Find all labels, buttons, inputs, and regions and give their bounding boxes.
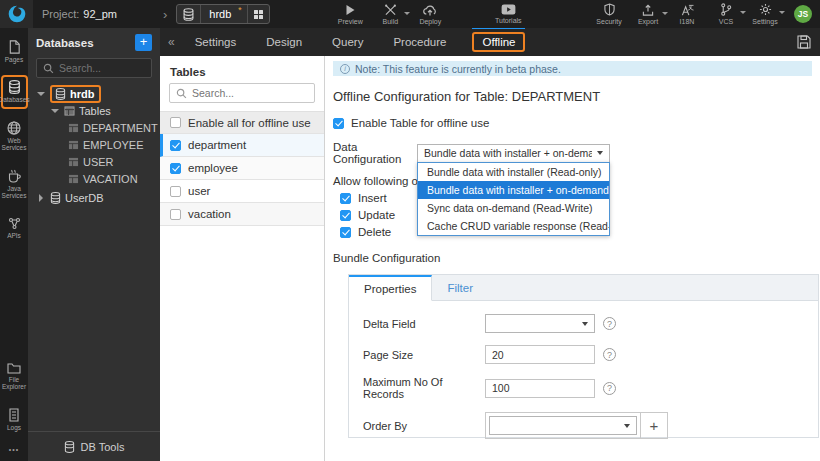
checkbox[interactable] bbox=[170, 140, 181, 151]
shield-icon bbox=[604, 3, 615, 16]
dropdown-option-highlighted[interactable]: Bundle data with installer + on-demand s… bbox=[418, 181, 609, 199]
add-database-button[interactable]: + bbox=[135, 34, 152, 51]
tab-settings[interactable]: Settings bbox=[187, 34, 245, 50]
tables-search-box[interactable] bbox=[169, 83, 315, 103]
dropdown-option[interactable]: Bundle data with installer (Read-only) bbox=[418, 163, 609, 181]
vcs-button[interactable]: VCS bbox=[710, 3, 742, 25]
databases-panel-header: Databases + bbox=[28, 28, 160, 55]
project-indicator: Project: 92_pm bbox=[42, 8, 117, 20]
settings-button[interactable]: Settings bbox=[749, 3, 781, 25]
help-icon[interactable]: ? bbox=[603, 348, 616, 361]
dropdown-option[interactable]: Cache CRUD variable response (Read-only) bbox=[418, 217, 609, 235]
preview-button[interactable]: Preview bbox=[334, 4, 366, 25]
tree-node-userdb[interactable]: UserDB bbox=[28, 189, 160, 206]
entity-tab-bar: « Settings Design Query Procedure Offlin… bbox=[160, 28, 820, 56]
app-logo[interactable] bbox=[0, 0, 33, 28]
page-icon bbox=[8, 40, 21, 54]
sidebar-item-java-services[interactable]: Java Services bbox=[1, 164, 28, 205]
annotation-highlight: hrdb bbox=[50, 85, 101, 103]
field-label: Data Configuration bbox=[333, 141, 417, 165]
offline-config-content: i Note: This feature is currently in bet… bbox=[325, 56, 820, 461]
tree-node-tables[interactable]: Tables bbox=[28, 102, 160, 119]
bundle-tabs: Properties Filter bbox=[349, 275, 818, 301]
checkbox[interactable] bbox=[170, 163, 181, 174]
collapse-panel-icon[interactable]: « bbox=[168, 35, 175, 49]
delta-field-row: Delta Field ? bbox=[363, 314, 804, 333]
tab-query[interactable]: Query bbox=[324, 34, 371, 50]
build-button[interactable]: Build bbox=[374, 4, 406, 25]
sidebar-item-pages[interactable]: Pages bbox=[1, 35, 28, 68]
tree-node-table[interactable]: EMPLOYEE bbox=[28, 136, 160, 153]
data-configuration-select[interactable]: Bundle data with installer + on-demand s… bbox=[417, 144, 610, 163]
db-search-input[interactable] bbox=[59, 62, 149, 74]
tree-node-hrdb[interactable]: hrdb bbox=[28, 85, 160, 102]
tree-node-table[interactable]: VACATION bbox=[28, 170, 160, 187]
branch-icon bbox=[720, 3, 732, 16]
order-by-select[interactable] bbox=[489, 416, 637, 435]
tools-icon bbox=[384, 4, 397, 16]
tree-node-table[interactable]: USER bbox=[28, 153, 160, 170]
help-icon[interactable]: ? bbox=[603, 317, 616, 330]
more-menu-icon[interactable]: ••• bbox=[9, 446, 19, 457]
export-button[interactable]: Export bbox=[632, 4, 664, 25]
dropdown-option[interactable]: Sync data on-demand (Read-Write) bbox=[418, 199, 609, 217]
db-search-box[interactable] bbox=[36, 58, 152, 78]
tab-properties[interactable]: Properties bbox=[349, 275, 432, 301]
dashboard-grid-icon[interactable] bbox=[247, 5, 269, 23]
search-icon bbox=[43, 63, 54, 74]
db-context-widget[interactable]: hrdb* bbox=[176, 4, 270, 24]
tables-search-input[interactable] bbox=[192, 87, 302, 99]
list-item-user[interactable]: user bbox=[160, 180, 324, 203]
list-item-enable-all[interactable]: Enable all for offline use bbox=[160, 111, 324, 134]
tree-node-table[interactable]: DEPARTMENT bbox=[28, 119, 160, 136]
list-item-department[interactable]: department bbox=[160, 134, 324, 157]
list-item-employee[interactable]: employee bbox=[160, 157, 324, 180]
delete-checkbox[interactable] bbox=[340, 227, 351, 238]
security-button[interactable]: Security bbox=[593, 3, 625, 25]
chevron-down-icon bbox=[404, 12, 410, 15]
tab-procedure[interactable]: Procedure bbox=[385, 34, 454, 50]
insert-checkbox[interactable] bbox=[340, 193, 351, 204]
i18n-button[interactable]: I18N bbox=[671, 4, 703, 25]
user-avatar[interactable]: JS bbox=[794, 5, 812, 23]
tab-offline[interactable]: Offline bbox=[472, 32, 525, 52]
checkbox[interactable] bbox=[170, 209, 181, 220]
tutorials-button[interactable]: Tutorials bbox=[492, 4, 524, 24]
sidebar-item-file-explorer[interactable]: File Explorer bbox=[1, 357, 28, 396]
beta-note-banner: i Note: This feature is currently in bet… bbox=[333, 61, 812, 76]
database-icon bbox=[177, 5, 200, 23]
tab-design[interactable]: Design bbox=[258, 34, 310, 50]
deploy-button[interactable]: Deploy bbox=[414, 4, 446, 25]
tree-node-label: UserDB bbox=[65, 192, 104, 204]
table-icon bbox=[68, 123, 79, 133]
checkbox[interactable] bbox=[170, 186, 181, 197]
project-label: Project: bbox=[42, 8, 79, 20]
db-context-name: hrdb* bbox=[200, 5, 247, 23]
database-icon bbox=[50, 192, 61, 204]
list-item-vacation[interactable]: vacation bbox=[160, 203, 324, 226]
sidebar-item-web-services[interactable]: Web Services bbox=[1, 116, 28, 157]
db-tools-button[interactable]: DB Tools bbox=[28, 431, 160, 461]
tab-filter[interactable]: Filter bbox=[432, 275, 488, 300]
select-caret-icon bbox=[597, 151, 603, 155]
checkbox[interactable] bbox=[170, 117, 181, 128]
page-size-input[interactable] bbox=[485, 345, 595, 364]
save-icon[interactable] bbox=[797, 35, 811, 49]
max-records-input[interactable] bbox=[485, 379, 595, 398]
update-checkbox[interactable] bbox=[340, 210, 351, 221]
gear-icon bbox=[759, 3, 772, 16]
sidebar-item-logs[interactable]: Logs bbox=[1, 403, 28, 436]
sidebar-item-databases[interactable]: Databases bbox=[1, 75, 28, 108]
caret-down-icon bbox=[51, 109, 59, 113]
db-tree: hrdb Tables DEPARTMENT EMPLOYEE USER VAC… bbox=[28, 85, 160, 206]
tree-node-label: hrdb bbox=[70, 88, 94, 100]
delta-field-select[interactable] bbox=[485, 314, 595, 333]
db-tools-icon bbox=[64, 441, 75, 453]
sidebar-item-apis[interactable]: APIs bbox=[1, 212, 28, 244]
globe-icon bbox=[7, 121, 21, 135]
add-order-by-button[interactable]: + bbox=[641, 412, 668, 439]
help-icon[interactable]: ? bbox=[603, 382, 616, 395]
order-by-row: Order By + bbox=[363, 412, 804, 439]
play-icon bbox=[345, 4, 356, 16]
enable-table-checkbox[interactable] bbox=[333, 118, 344, 129]
